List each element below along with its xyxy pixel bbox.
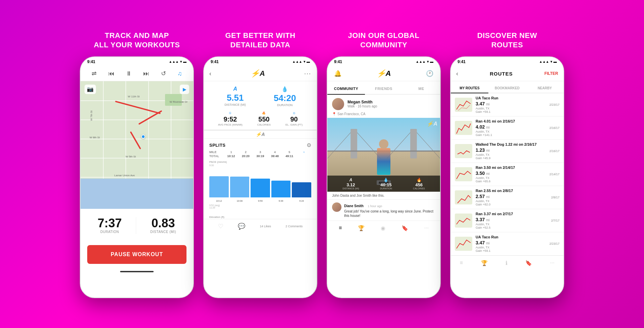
back-button-4[interactable]: ‹: [456, 70, 458, 77]
tab-bookmarked[interactable]: BOOKMARKED: [488, 86, 526, 93]
s2-duration-value: 54:20: [274, 93, 296, 103]
info-icon-4[interactable]: ℹ: [505, 260, 507, 266]
poster-info: Megan Smith Walk · 16 hours ago: [347, 100, 435, 108]
next-icon[interactable]: ⏭: [143, 70, 149, 77]
route-info-3: Walked The Dog 1.22 mi on 2/16/17 1.23 m…: [476, 142, 543, 160]
route-item[interactable]: Ran 3.37 mi on 2/7/17 3.37 mi Austin, TX…: [451, 209, 564, 232]
notification-bell-icon[interactable]: 🔔: [334, 70, 341, 77]
list-icon-4[interactable]: ≡: [460, 260, 463, 266]
tab-community[interactable]: COMMUNITY: [327, 87, 365, 95]
photo-cal-label: CALORIES: [413, 187, 425, 190]
route-loc-5: Austin, TX: [476, 199, 543, 203]
battery-icon: ▬: [183, 60, 186, 63]
poster-name: Megan Smith: [347, 100, 435, 104]
route-info-7: UA Taco Run 3.47 mi Austin, TX Gain +59.…: [476, 235, 543, 252]
screen4-phone: 9:41 ▲▲▲ ▾ ▬ ‹ ROUTES FILTER MY ROUTES B…: [450, 56, 564, 298]
route-info-4: Ran 3.50 mi on 2/14/17 3.50 mi Austin, T…: [476, 166, 543, 183]
route-item[interactable]: Ran 4.01 mi on 2/16/17 4.02 mi Austin, T…: [451, 116, 564, 140]
ua-logo-3: ⚡A: [377, 69, 391, 78]
ua-divider: ⚡A: [204, 131, 317, 139]
more-dots-icon[interactable]: ···: [424, 225, 429, 231]
s2-pace-label: AVG PACE (MIN/MI): [218, 123, 243, 126]
comment-content: Diane Smith 1 hour ago Great job! You've…: [344, 202, 435, 218]
photo-dist-value: 3.12: [342, 182, 359, 187]
repeat-icon[interactable]: ↺: [161, 70, 166, 77]
trophy-icon-4[interactable]: 🏆: [481, 260, 488, 266]
s2-header: ‹ ⚡A ···: [204, 66, 317, 81]
prev-icon[interactable]: ⏮: [108, 70, 114, 77]
back-button-2[interactable]: ‹: [209, 70, 211, 77]
navigation-arrow[interactable]: ▶: [180, 85, 189, 94]
s4-bottom-nav: ≡ 🏆 ℹ 🔖 ···: [451, 255, 564, 270]
tab-nearby[interactable]: NEARBY: [526, 86, 564, 93]
route-gain-5: Gain +82.0: [476, 203, 543, 206]
route-date-3: 2/16/17: [546, 149, 559, 153]
route-item[interactable]: Ran 3.50 mi on 2/14/17 3.50 mi Austin, T…: [451, 163, 564, 186]
photo-stat-dur: 💧 40:15 DURATION: [380, 178, 392, 190]
bar-3: 9:59: [251, 179, 270, 197]
bars-container: 10:12 10:08 9:59 9:39 9:24: [209, 167, 311, 197]
svg-rect-8: [455, 98, 472, 112]
route-thumb-1: [455, 98, 472, 112]
more-icon-4[interactable]: ···: [550, 260, 554, 266]
shuffle-icon[interactable]: ⇌: [92, 70, 97, 77]
clock-icon[interactable]: 🕐: [426, 70, 433, 77]
route-item[interactable]: UA Taco Run 3.47 mi Austin, TX Gain +59.…: [451, 93, 564, 116]
more-button-2[interactable]: ···: [304, 70, 311, 77]
tab-my-routes[interactable]: MY ROUTES: [451, 86, 488, 93]
route-loc-1: Austin, TX: [476, 107, 543, 110]
route-info-5: Ran 2.55 mi on 2/8/17 2.57 mi Austin, TX…: [476, 189, 543, 206]
s2-elgain-value: 90: [285, 115, 303, 123]
route-item[interactable]: Walked The Dog 1.22 mi on 2/16/17 1.23 m…: [451, 140, 564, 163]
ua-logo-small: ⚡A: [256, 132, 265, 137]
splits-gear-icon[interactable]: ⚙: [307, 142, 311, 148]
route-date-6: 2/7/17: [546, 219, 559, 222]
route-name-2: Ran 4.01 mi on 2/16/17: [476, 119, 543, 123]
screen3-headline: JOIN OUR GLOBALCOMMUNITY: [348, 30, 420, 50]
screen3-phone: 9:41 ▲▲▲ ▾ ▬ 🔔 ⚡A 🕐 COMMUNITY FRIENDS ME: [327, 56, 441, 298]
bookmark-icon[interactable]: 🔖: [401, 225, 408, 231]
route-gain-4: Gain +65.6: [476, 180, 543, 183]
comment-icon-2[interactable]: 💬: [238, 223, 245, 230]
route-name-4: Ran 3.50 mi on 2/14/17: [476, 166, 543, 170]
route-dist-5: 2.57 mi: [476, 193, 543, 199]
screen1-headline: TRACK AND MAPALL YOUR WORKOUTS: [94, 30, 180, 50]
tab-friends[interactable]: FRIENDS: [365, 87, 402, 94]
status-bar-1: 9:41 ▲▲▲ ▾ ▬: [80, 57, 193, 66]
route-item[interactable]: UA Taco Run 3.47 mi Austin, TX Gain +59.…: [451, 232, 564, 255]
tab-me[interactable]: ME: [402, 87, 440, 94]
music-nav: ⇌ ⏮ ⏸ ⏭ ↺ ♫: [80, 66, 193, 81]
activity-icon[interactable]: ◉: [381, 225, 385, 231]
bar-label-4: 9:39: [279, 200, 283, 202]
pause-workout-button[interactable]: PAUSE WORKOUT: [87, 245, 186, 264]
photo-ua-badge: ⚡A: [427, 121, 437, 127]
route-item[interactable]: Ran 2.55 mi on 2/8/17 2.57 mi Austin, TX…: [451, 186, 564, 209]
signal-icon-4: ▲▲▲: [539, 60, 549, 63]
battery-icon-2: ▬: [307, 60, 310, 63]
route-gain-3: Gain +45.9: [476, 156, 543, 160]
s4-tabs: MY ROUTES BOOKMARKED NEARBY: [451, 81, 564, 93]
like-icon-2[interactable]: ♡: [218, 223, 223, 230]
route-thumb-3: [455, 144, 472, 158]
pause-music-icon[interactable]: ⏸: [126, 70, 132, 77]
status-icons-4: ▲▲▲ ▾ ▬: [539, 60, 557, 63]
filter-button[interactable]: FILTER: [544, 71, 558, 76]
status-time-3: 9:41: [334, 59, 342, 64]
route-loc-2: Austin, TX: [476, 130, 543, 133]
trophy-icon[interactable]: 🏆: [358, 225, 365, 231]
music-note-icon[interactable]: ♫: [177, 70, 182, 77]
route-date-2: 2/16/17: [546, 126, 559, 130]
photo-stat-cal: 🔥 456 CALORIES: [413, 178, 425, 190]
camera-button[interactable]: 📷: [85, 85, 96, 94]
bar-label-3: 9:59: [258, 200, 263, 202]
feed-icon[interactable]: ≡: [339, 225, 342, 231]
s2-elgain-label: EL. GAIN (FT): [285, 123, 303, 126]
duration-stat: 7:37 DURATION: [98, 217, 122, 234]
signal-icon: ▲▲▲: [169, 60, 179, 63]
signal-icon-2: ▲▲▲: [292, 60, 302, 63]
comments-count-2: 2 Comments: [285, 225, 303, 228]
bar-1: 10:12: [209, 176, 229, 197]
bookmark-icon-4[interactable]: 🔖: [525, 260, 532, 266]
workout-stats: 7:37 DURATION 0.83 DISTANCE (MI): [80, 209, 193, 242]
pause-btn-label: PAUSE WORKOUT: [111, 251, 163, 257]
